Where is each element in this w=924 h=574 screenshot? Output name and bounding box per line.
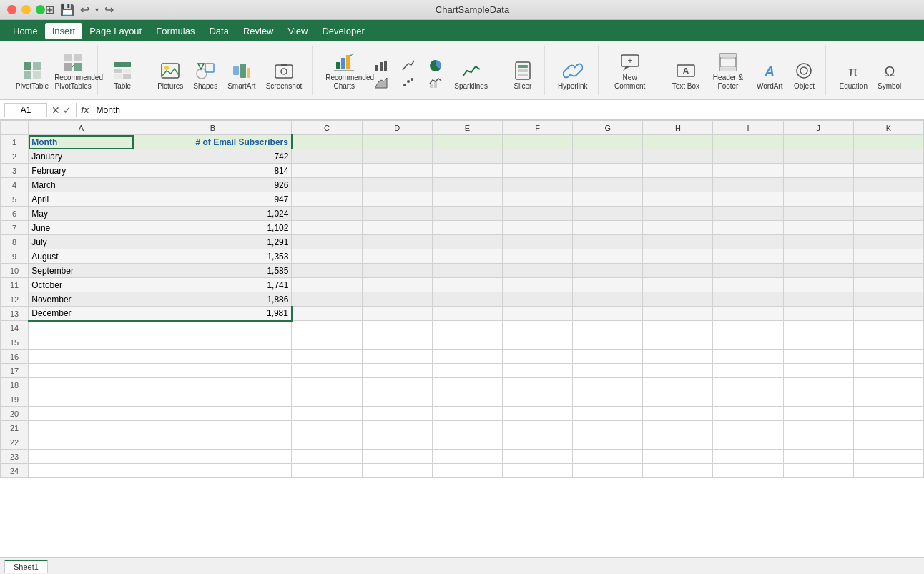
cell[interactable] (643, 178, 713, 192)
cell[interactable]: 742 (134, 149, 292, 164)
cell[interactable] (643, 378, 713, 392)
col-header-b[interactable]: B (134, 121, 292, 135)
cell[interactable] (573, 249, 643, 264)
cell[interactable] (573, 307, 643, 321)
cell[interactable] (713, 149, 783, 164)
cell[interactable] (362, 221, 432, 235)
cell[interactable]: 947 (134, 192, 292, 207)
cell[interactable] (643, 207, 713, 221)
cell[interactable] (643, 364, 713, 378)
cell[interactable] (29, 350, 134, 364)
cell[interactable] (573, 364, 643, 378)
cell[interactable] (783, 149, 853, 164)
slicer-btn[interactable]: Slicer (507, 56, 539, 94)
cell[interactable]: February (29, 164, 134, 178)
menu-page-layout[interactable]: Page Layout (82, 23, 149, 39)
cell[interactable] (432, 421, 502, 435)
col-header-i[interactable]: I (713, 121, 783, 135)
cell[interactable] (643, 450, 713, 464)
cell[interactable] (292, 249, 362, 264)
bar-chart-btn[interactable] (368, 58, 394, 74)
cell[interactable] (573, 407, 643, 421)
cell[interactable] (713, 207, 783, 221)
cell[interactable] (134, 335, 292, 350)
symbol-btn[interactable]: Ω Symbol (873, 56, 905, 94)
cell[interactable] (713, 435, 783, 450)
cell[interactable] (362, 149, 432, 164)
cell[interactable] (783, 321, 853, 335)
col-header-k[interactable]: K (853, 121, 923, 135)
cell[interactable] (643, 350, 713, 364)
cell[interactable] (292, 278, 362, 292)
cell[interactable] (362, 421, 432, 435)
cell[interactable] (853, 364, 923, 378)
cell[interactable] (573, 421, 643, 435)
cell[interactable] (292, 378, 362, 392)
cell[interactable]: December (29, 307, 134, 321)
cell[interactable] (783, 378, 853, 392)
cell[interactable] (783, 464, 853, 478)
cell[interactable] (643, 135, 713, 149)
cell[interactable] (432, 149, 502, 164)
cell[interactable] (362, 292, 432, 307)
cell[interactable] (502, 221, 572, 235)
cell[interactable] (783, 207, 853, 221)
menu-review[interactable]: Review (236, 23, 281, 39)
combo-chart-btn[interactable] (423, 75, 448, 91)
cell[interactable] (573, 149, 643, 164)
cell[interactable] (573, 435, 643, 450)
cell[interactable] (292, 421, 362, 435)
cell[interactable] (643, 292, 713, 307)
cell[interactable] (432, 435, 502, 450)
cell[interactable] (502, 350, 572, 364)
cell[interactable] (134, 435, 292, 450)
cell[interactable] (713, 249, 783, 264)
cell[interactable] (853, 221, 923, 235)
cell[interactable] (362, 407, 432, 421)
cell[interactable] (713, 321, 783, 335)
line-chart-btn[interactable] (395, 58, 421, 74)
cell[interactable] (713, 135, 783, 149)
cell[interactable] (502, 278, 572, 292)
cell[interactable] (502, 364, 572, 378)
cell[interactable] (783, 350, 853, 364)
cell[interactable] (713, 278, 783, 292)
cell[interactable]: 1,102 (134, 221, 292, 235)
cell[interactable] (573, 264, 643, 278)
cell[interactable] (362, 435, 432, 450)
cell[interactable] (853, 135, 923, 149)
cell[interactable] (853, 392, 923, 407)
cell[interactable] (134, 464, 292, 478)
text-box-btn[interactable]: A Text Box (668, 56, 704, 94)
area-chart-btn[interactable] (368, 75, 394, 91)
cell[interactable] (853, 249, 923, 264)
cell[interactable] (432, 221, 502, 235)
formula-input[interactable]: Month (94, 104, 920, 117)
cell[interactable] (362, 307, 432, 321)
maximize-button[interactable] (36, 5, 45, 14)
cell[interactable] (573, 178, 643, 192)
cell[interactable] (853, 464, 923, 478)
cell[interactable] (643, 392, 713, 407)
col-header-j[interactable]: J (783, 121, 853, 135)
cell[interactable] (362, 264, 432, 278)
cell[interactable] (29, 421, 134, 435)
cell[interactable] (432, 135, 502, 149)
cell[interactable] (29, 435, 134, 450)
cell[interactable] (643, 221, 713, 235)
cell[interactable]: January (29, 149, 134, 164)
cell[interactable] (292, 335, 362, 350)
cell[interactable] (362, 350, 432, 364)
cell[interactable] (502, 321, 572, 335)
cell[interactable] (643, 264, 713, 278)
pie-chart-btn[interactable] (423, 58, 448, 74)
cell[interactable] (432, 378, 502, 392)
cell[interactable] (432, 292, 502, 307)
cell[interactable] (853, 307, 923, 321)
cell[interactable] (783, 192, 853, 207)
cell[interactable] (432, 335, 502, 350)
cell[interactable] (853, 292, 923, 307)
cell[interactable] (573, 192, 643, 207)
scatter-chart-btn[interactable] (395, 75, 421, 91)
shapes-btn[interactable]: Shapes (189, 56, 222, 94)
